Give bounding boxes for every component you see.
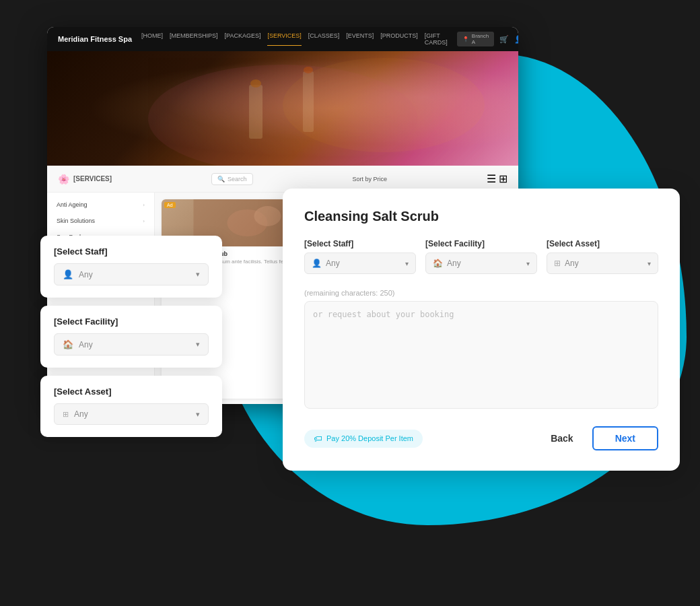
- modal-staff-inner: 👤 Any: [312, 259, 340, 268]
- services-logo: 🌸 [SERVICES]: [58, 174, 112, 184]
- floating-dropdowns: [Select Staff] 👤 Any ▾ [Select Facility]…: [40, 236, 222, 437]
- services-flower-icon: 🌸: [58, 174, 69, 184]
- nav-brand: Meridian Fitness Spa: [58, 35, 132, 43]
- nav-services[interactable]: [SERVICES]: [267, 32, 301, 46]
- hero-image: [47, 51, 518, 166]
- staff-value: Any: [79, 270, 93, 279]
- chevron-down-icon-facility: ▾: [196, 340, 200, 349]
- chevron-down-icon-staff: ▾: [196, 270, 200, 279]
- notes-textarea[interactable]: [304, 301, 658, 409]
- modal-asset-dropdown[interactable]: ⊞ Any ▾: [547, 252, 658, 274]
- deposit-badge: 🏷 Pay 20% Deposit Per Item: [304, 430, 423, 448]
- deposit-text: Pay 20% Deposit Per Item: [326, 434, 413, 442]
- facility-dropdown-card: [Select Facility] 🏠 Any ▾: [40, 306, 222, 368]
- nav-classes[interactable]: [CLASSES]: [308, 32, 340, 46]
- staff-card-title: [Select Staff]: [54, 246, 209, 257]
- svg-point-3: [250, 79, 261, 88]
- sort-label[interactable]: Sort by Price: [353, 176, 388, 182]
- next-button[interactable]: Next: [592, 426, 658, 450]
- staff-select-inner: 👤 Any: [63, 269, 93, 279]
- tag-icon: 🏷: [314, 434, 322, 444]
- nav-branch-label: Branch A: [472, 33, 489, 45]
- nav-packages[interactable]: [PACKAGES]: [225, 32, 261, 46]
- modal-facility-dropdown[interactable]: 🏠 Any ▾: [425, 252, 537, 274]
- person-icon-staff: 👤: [63, 269, 73, 279]
- chevron-down-icon-asset: ▾: [196, 410, 200, 419]
- modal-staff-label: [Select Staff]: [304, 239, 416, 248]
- modal-asset-inner: ⊞ Any: [554, 259, 579, 268]
- facility-select[interactable]: 🏠 Any ▾: [54, 333, 209, 356]
- view-toggle[interactable]: ☰ ⊞: [487, 172, 508, 185]
- modal-facility-label: [Select Facility]: [425, 239, 537, 248]
- modal-asset-value: Any: [565, 259, 579, 268]
- grid-view-icon[interactable]: ⊞: [499, 172, 508, 185]
- nav-gift-cards[interactable]: [GIFT CARDS]: [425, 32, 448, 46]
- chevron-right-icon-0: ›: [143, 202, 145, 208]
- svg-rect-2: [249, 85, 262, 139]
- asset-card-title: [Select Asset]: [54, 386, 209, 397]
- modal-asset-label: [Select Asset]: [547, 239, 658, 248]
- asset-select-inner: ⊞ Any: [63, 409, 88, 419]
- back-button[interactable]: Back: [540, 428, 584, 449]
- svg-rect-4: [303, 71, 314, 132]
- chevron-right-icon-1: ›: [143, 218, 145, 224]
- modal-asset-group: [Select Asset] ⊞ Any ▾: [547, 239, 658, 274]
- modal-facility-inner: 🏠 Any: [433, 259, 461, 268]
- sidebar-label-skin-solutions: Skin Solutions: [57, 217, 95, 224]
- list-view-icon[interactable]: ☰: [487, 172, 496, 185]
- nav-home[interactable]: [HOME]: [141, 32, 163, 46]
- modal-footer: 🏷 Pay 20% Deposit Per Item Back Next: [304, 426, 658, 450]
- modal-selectors-row: [Select Staff] 👤 Any ▾ [Select Facility]…: [304, 239, 658, 274]
- sidebar-item-skin-solutions[interactable]: Skin Solutions ›: [47, 213, 154, 229]
- house-icon-facility: 🏠: [63, 339, 73, 349]
- search-icon: 🔍: [217, 176, 225, 182]
- sidebar-item-anti-ageing[interactable]: Anti Ageing ›: [47, 197, 154, 213]
- staff-dropdown-card: [Select Staff] 👤 Any ▾: [40, 236, 222, 298]
- nav-links: [HOME] [MEMBERSHIPS] [PACKAGES] [SERVICE…: [141, 32, 448, 46]
- asset-dropdown-card: [Select Asset] ⊞ Any ▾: [40, 376, 222, 437]
- services-search-bar[interactable]: 🔍 Search: [211, 173, 253, 185]
- modal-staff-group: [Select Staff] 👤 Any ▾: [304, 239, 416, 274]
- chevron-down-icon-modal-staff: ▾: [405, 260, 409, 267]
- notes-hint: (remaining characters: 250): [304, 289, 658, 297]
- main-booking-modal: Cleansing Salt Scrub [Select Staff] 👤 An…: [283, 189, 680, 471]
- chevron-down-icon-modal-facility: ▾: [526, 260, 530, 267]
- asset-value: Any: [74, 409, 88, 419]
- search-placeholder: Search: [228, 176, 247, 182]
- grid-icon-modal-asset: ⊞: [554, 259, 561, 268]
- modal-staff-dropdown[interactable]: 👤 Any ▾: [304, 252, 416, 274]
- nav-right: 📍 Branch A 🛒 👤: [457, 32, 518, 46]
- grid-icon-asset: ⊞: [63, 410, 69, 419]
- cart-icon[interactable]: 🛒: [499, 35, 509, 44]
- person-icon-modal-staff: 👤: [312, 259, 322, 268]
- svg-point-8: [254, 206, 281, 226]
- facility-select-inner: 🏠 Any: [63, 339, 93, 349]
- staff-select[interactable]: 👤 Any ▾: [54, 263, 209, 285]
- sidebar-label-anti-ageing: Anti Ageing: [57, 201, 88, 208]
- services-section-label: [SERVICES]: [73, 175, 112, 182]
- modal-title: Cleansing Salt Scrub: [304, 209, 658, 224]
- modal-staff-value: Any: [326, 259, 340, 268]
- nav-products[interactable]: [PRODUCTS]: [380, 32, 418, 46]
- facility-card-title: [Select Facility]: [54, 316, 209, 327]
- house-icon-modal-facility: 🏠: [433, 259, 443, 268]
- asset-select[interactable]: ⊞ Any ▾: [54, 403, 209, 425]
- nav-bar: Meridian Fitness Spa [HOME] [MEMBERSHIPS…: [47, 27, 518, 51]
- location-icon: 📍: [462, 36, 469, 42]
- nav-branch-selector[interactable]: 📍 Branch A: [457, 32, 494, 46]
- modal-facility-value: Any: [447, 259, 461, 268]
- nav-memberships[interactable]: [MEMBERSHIPS]: [170, 32, 218, 46]
- user-icon[interactable]: 👤: [514, 35, 518, 44]
- scene-container: Meridian Fitness Spa [HOME] [MEMBERSHIPS…: [27, 27, 673, 579]
- facility-value: Any: [79, 340, 93, 349]
- chevron-down-icon-modal-asset: ▾: [648, 260, 651, 267]
- nav-events[interactable]: [EVENTS]: [346, 32, 374, 46]
- modal-facility-group: [Select Facility] 🏠 Any ▾: [425, 239, 537, 274]
- svg-point-5: [304, 67, 313, 73]
